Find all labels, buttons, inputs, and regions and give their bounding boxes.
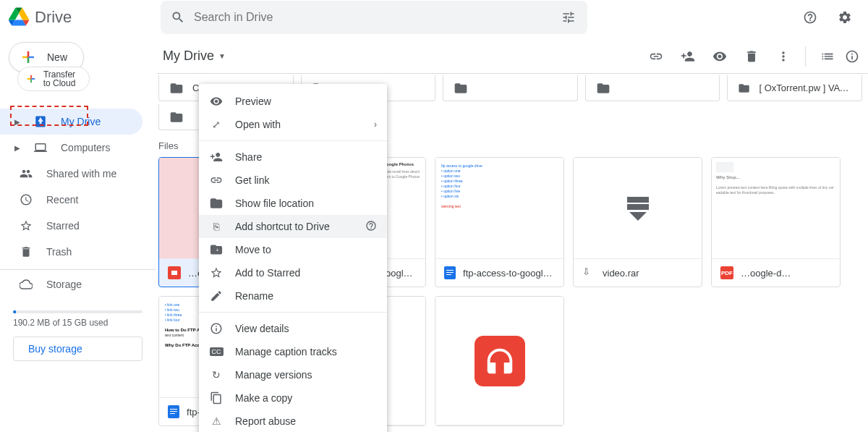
topbar: My Drive ▼ bbox=[157, 39, 868, 74]
file-thumb bbox=[574, 158, 702, 259]
cloud-icon bbox=[19, 278, 33, 291]
more-icon[interactable] bbox=[769, 42, 798, 71]
nav-recent[interactable]: Recent bbox=[0, 187, 142, 213]
menu-add-starred[interactable]: Add to Starred bbox=[199, 261, 387, 284]
nav-label: Recent bbox=[46, 194, 78, 206]
svg-rect-3 bbox=[446, 270, 454, 271]
action-bar bbox=[642, 42, 859, 71]
nav-starred[interactable]: Starred bbox=[0, 213, 142, 239]
folder-name: [ OxTorrent.pw ] VA - HI… bbox=[760, 82, 851, 93]
menu-move-to[interactable]: Move to bbox=[199, 238, 387, 261]
menu-caption-tracks[interactable]: CCManage caption tracks bbox=[199, 340, 387, 363]
app-header: Drive bbox=[0, 0, 868, 35]
file-name: ftp-access-to-google-d… bbox=[463, 268, 555, 279]
breadcrumb[interactable]: My Drive ▼ bbox=[163, 48, 226, 64]
folder-icon bbox=[169, 110, 184, 124]
file-thumb bbox=[435, 297, 563, 425]
people-icon bbox=[19, 167, 33, 180]
menu-get-link[interactable]: Get link bbox=[199, 169, 387, 192]
doc-icon bbox=[444, 266, 456, 279]
caret-icon: ▶ bbox=[14, 144, 20, 152]
folder-item[interactable] bbox=[443, 75, 578, 101]
link-icon[interactable] bbox=[642, 42, 671, 71]
file-card[interactable]: .test2.mp3 bbox=[435, 296, 564, 426]
nav-label: Trash bbox=[46, 246, 72, 258]
search-input[interactable] bbox=[185, 11, 554, 24]
menu-rename[interactable]: Rename bbox=[199, 284, 387, 308]
folder-item[interactable]: [ OxTorrent.pw ] VA - HI… bbox=[727, 75, 862, 101]
file-thumb: Why Stop...Lorem preview text content he… bbox=[712, 158, 840, 259]
info-icon bbox=[209, 322, 224, 335]
file-card[interactable]: Why Stop...Lorem preview text content he… bbox=[711, 157, 841, 287]
breadcrumb-label: My Drive bbox=[163, 48, 214, 64]
menu-preview[interactable]: Preview bbox=[199, 90, 387, 113]
computers-icon bbox=[33, 141, 48, 154]
menu-report[interactable]: ⚠Report abuse bbox=[199, 410, 387, 432]
menu-open-with[interactable]: ⤢Open with› bbox=[199, 113, 387, 136]
nav-label: My Drive bbox=[61, 116, 101, 127]
details-icon[interactable] bbox=[845, 42, 859, 71]
new-button-label: New bbox=[47, 51, 67, 63]
share-icon[interactable] bbox=[673, 42, 702, 71]
versions-icon: ↻ bbox=[209, 369, 224, 381]
caret-icon: ▶ bbox=[14, 118, 20, 126]
help-icon[interactable] bbox=[796, 3, 825, 32]
folder-icon bbox=[209, 197, 224, 210]
svg-rect-5 bbox=[446, 274, 451, 275]
shortcut-icon: ⎘ bbox=[209, 221, 224, 232]
list-view-icon[interactable] bbox=[813, 42, 842, 71]
nav-computers[interactable]: ▶ Computers bbox=[0, 135, 142, 161]
menu-view-details[interactable]: View details bbox=[199, 317, 387, 340]
transfer-label: Transfer to Cloud bbox=[41, 70, 77, 88]
plus-icon bbox=[20, 48, 37, 66]
move-icon bbox=[209, 243, 224, 256]
file-name: video.rar bbox=[603, 268, 639, 279]
pencil-icon bbox=[209, 289, 224, 302]
info-icon bbox=[365, 220, 377, 234]
link-icon bbox=[209, 174, 224, 187]
menu-versions[interactable]: ↻Manage versions bbox=[199, 363, 387, 386]
openwith-icon: ⤢ bbox=[209, 119, 224, 130]
mydrive-icon bbox=[33, 115, 48, 128]
cc-icon: CC bbox=[209, 347, 224, 356]
settings-icon[interactable] bbox=[830, 3, 859, 32]
adduser-icon bbox=[209, 151, 224, 164]
menu-share[interactable]: Share bbox=[199, 145, 387, 169]
storage-section: 190.2 MB of 15 GB used Buy storage bbox=[0, 300, 156, 367]
folder-icon bbox=[738, 81, 750, 96]
trash-icon bbox=[19, 245, 33, 258]
nav: ▶ My Drive ▶ Computers Shared with me Re… bbox=[0, 109, 156, 265]
file-name: …oogle-d… bbox=[741, 268, 791, 279]
search-options-icon[interactable] bbox=[554, 3, 583, 32]
transfer-bubble[interactable]: Transfer to Cloud bbox=[17, 67, 90, 91]
star-icon bbox=[209, 266, 224, 279]
folder-item[interactable] bbox=[585, 75, 720, 101]
file-card[interactable]: ⇩video.rar bbox=[573, 157, 702, 287]
menu-show-location[interactable]: Show file location bbox=[199, 192, 387, 215]
menu-copy[interactable]: Make a copy bbox=[199, 386, 387, 410]
context-menu: Preview ⤢Open with› Share Get link Show … bbox=[199, 84, 387, 432]
nav-my-drive[interactable]: ▶ My Drive bbox=[0, 109, 142, 135]
nav-storage[interactable]: Storage bbox=[0, 271, 142, 297]
nav-shared[interactable]: Shared with me bbox=[0, 161, 142, 187]
doc-icon bbox=[168, 405, 179, 418]
nav-label: Starred bbox=[46, 220, 80, 232]
svg-rect-4 bbox=[446, 272, 454, 273]
logo[interactable]: Drive bbox=[9, 7, 148, 29]
delete-icon[interactable] bbox=[737, 42, 766, 71]
preview-icon[interactable] bbox=[705, 42, 734, 71]
chevron-right-icon: › bbox=[374, 119, 377, 130]
folder-icon bbox=[596, 81, 610, 96]
star-icon bbox=[19, 219, 33, 232]
file-card[interactable]: ftp access to google drive• option one• … bbox=[435, 157, 564, 287]
buy-storage-button[interactable]: Buy storage bbox=[13, 336, 142, 361]
video-icon bbox=[168, 266, 181, 279]
menu-add-shortcut[interactable]: ⎘Add shortcut to Drive bbox=[199, 215, 387, 238]
svg-rect-8 bbox=[170, 413, 175, 414]
report-icon: ⚠ bbox=[209, 415, 224, 427]
file-thumb: ftp access to google drive• option one• … bbox=[435, 158, 563, 259]
nav-trash[interactable]: Trash bbox=[0, 239, 142, 265]
search-bar[interactable] bbox=[161, 1, 587, 34]
search-icon bbox=[171, 10, 185, 25]
folder-icon bbox=[454, 81, 468, 96]
